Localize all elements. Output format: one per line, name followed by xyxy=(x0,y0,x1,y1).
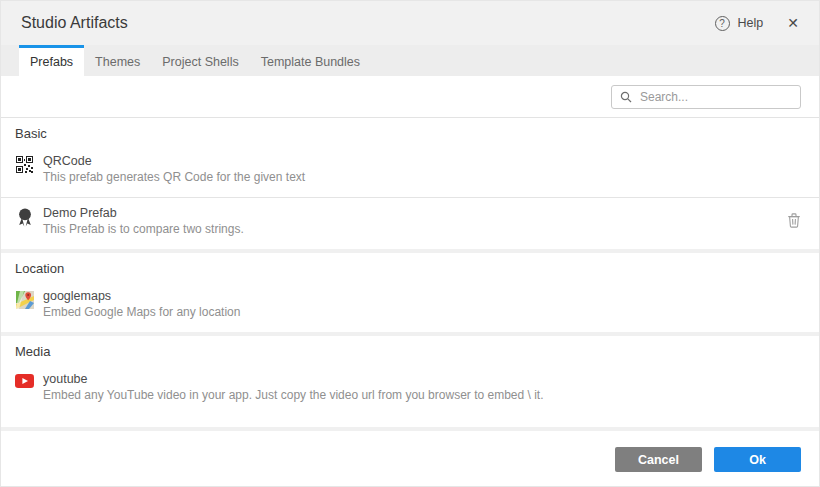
tab-template-bundles[interactable]: Template Bundles xyxy=(250,45,371,76)
search-box[interactable] xyxy=(611,85,801,109)
item-title: youtube xyxy=(43,371,544,387)
studio-artifacts-dialog: Studio Artifacts ? Help ✕ Prefabs Themes… xyxy=(0,0,820,487)
tab-project-shells[interactable]: Project Shells xyxy=(151,45,249,76)
prefab-item-qrcode[interactable]: QRCode This prefab generates QR Code for… xyxy=(1,146,819,197)
header-actions: ? Help ✕ xyxy=(715,16,799,31)
item-text: googlemaps Embed Google Maps for any loc… xyxy=(43,288,240,320)
delete-prefab-button[interactable] xyxy=(785,210,803,233)
prefab-item-demo-prefab[interactable]: Demo Prefab This Prefab is to compare tw… xyxy=(1,198,819,249)
section-header-media: Media xyxy=(1,336,819,364)
ribbon-icon xyxy=(15,208,34,227)
item-title: Demo Prefab xyxy=(43,205,244,221)
item-description: This Prefab is to compare two strings. xyxy=(43,221,244,237)
youtube-icon xyxy=(15,374,34,388)
qrcode-icon xyxy=(15,156,34,173)
googlemaps-icon xyxy=(15,291,34,309)
close-icon[interactable]: ✕ xyxy=(787,16,799,30)
tab-bar: Prefabs Themes Project Shells Template B… xyxy=(1,45,819,76)
dialog-header: Studio Artifacts ? Help ✕ xyxy=(1,1,819,45)
item-text: youtube Embed any YouTube video in your … xyxy=(43,371,544,403)
item-description: This prefab generates QR Code for the gi… xyxy=(43,169,305,185)
prefab-item-googlemaps[interactable]: googlemaps Embed Google Maps for any loc… xyxy=(1,281,819,332)
item-text: Demo Prefab This Prefab is to compare tw… xyxy=(43,205,244,237)
item-title: QRCode xyxy=(43,153,305,169)
trash-icon xyxy=(787,212,801,228)
help-label[interactable]: Help xyxy=(738,16,764,30)
section-header-location: Location xyxy=(1,253,819,281)
item-description: Embed any YouTube video in your app. Jus… xyxy=(43,387,544,403)
prefab-item-youtube[interactable]: youtube Embed any YouTube video in your … xyxy=(1,364,819,415)
help-icon[interactable]: ? xyxy=(715,16,730,31)
search-row xyxy=(1,76,819,118)
page-title: Studio Artifacts xyxy=(21,14,128,32)
content-spacer xyxy=(1,415,819,427)
section-header-basic: Basic xyxy=(1,118,819,146)
cancel-button[interactable]: Cancel xyxy=(615,447,702,472)
dialog-footer: Cancel Ok xyxy=(1,431,819,486)
search-input[interactable] xyxy=(638,89,792,105)
item-description: Embed Google Maps for any location xyxy=(43,304,240,320)
tab-prefabs[interactable]: Prefabs xyxy=(19,45,84,76)
search-icon xyxy=(620,91,632,103)
ok-button[interactable]: Ok xyxy=(714,447,801,472)
item-title: googlemaps xyxy=(43,288,240,304)
tab-themes[interactable]: Themes xyxy=(84,45,151,76)
help-button[interactable]: ? Help xyxy=(715,16,764,31)
item-text: QRCode This prefab generates QR Code for… xyxy=(43,153,305,185)
